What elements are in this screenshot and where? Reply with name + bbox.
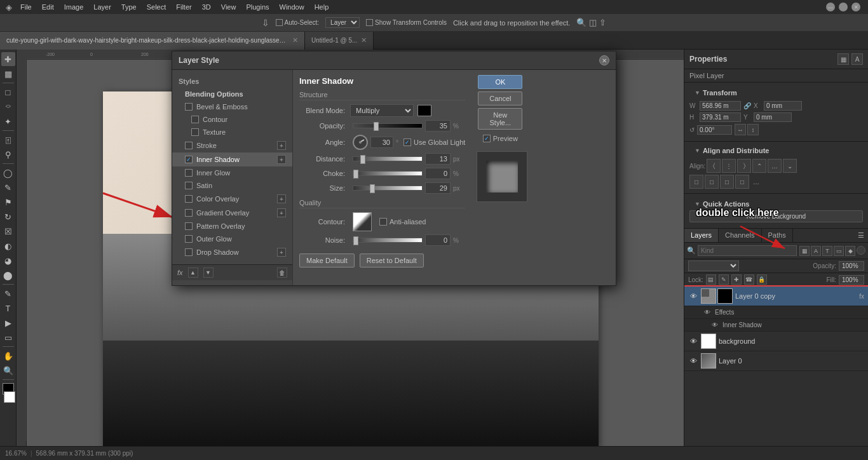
dist-4[interactable]: □	[735, 175, 749, 189]
artboard-tool[interactable]: ▦	[1, 67, 15, 81]
arrange-icon[interactable]: ◫	[589, 18, 597, 27]
brush-tool[interactable]: ✎	[1, 180, 15, 194]
color-overlay-add-btn[interactable]: +	[277, 194, 286, 203]
gradient-overlay-checkbox[interactable]	[185, 209, 193, 217]
filter-pixel[interactable]: ▦	[799, 246, 810, 256]
type-tool[interactable]: T	[1, 301, 15, 315]
window-restore[interactable]	[839, 3, 848, 11]
color-overlay-item[interactable]: Color Overlay +	[172, 192, 292, 206]
ok-button[interactable]: OK	[478, 75, 522, 89]
drop-shadow-add-btn[interactable]: +	[277, 248, 286, 257]
menu-type[interactable]: Type	[116, 0, 142, 14]
eye-icon-0-copy[interactable]: 👁	[688, 291, 698, 301]
menu-help[interactable]: Help	[309, 0, 334, 14]
show-transform-controls[interactable]: Show Transform Controls	[366, 19, 447, 26]
prop-icon-1[interactable]: ▦	[837, 53, 849, 65]
dodge-tool[interactable]: ⬤	[1, 268, 15, 282]
dialog-close-btn[interactable]: ✕	[599, 55, 609, 65]
y-input[interactable]	[754, 112, 792, 122]
inner-shadow-eye[interactable]: 👁	[710, 320, 720, 330]
layer-item-0-copy[interactable]: 👁 Layer 0 copy fx	[684, 287, 868, 306]
dist-1[interactable]: □	[689, 175, 703, 189]
blend-mode-form-select[interactable]: Multiply Normal Screen	[350, 104, 414, 117]
inner-glow-checkbox[interactable]	[185, 169, 193, 177]
outer-glow-item[interactable]: Outer Glow	[172, 233, 292, 245]
height-input[interactable]	[700, 112, 741, 122]
menu-view[interactable]: View	[216, 0, 241, 14]
new-style-button[interactable]: New Style...	[478, 108, 522, 130]
menu-edit[interactable]: Edit	[37, 0, 59, 14]
menu-3d[interactable]: 3D	[197, 0, 216, 14]
noise-slider[interactable]	[353, 238, 423, 243]
texture-item[interactable]: Texture	[172, 126, 292, 139]
eraser-tool[interactable]: ☒	[1, 224, 15, 238]
menu-window[interactable]: Window	[275, 0, 309, 14]
kind-input[interactable]	[698, 245, 797, 256]
filter-shape[interactable]: ▭	[834, 246, 844, 256]
tab-main-file[interactable]: cute-young-girl-with-dark-wavy-hairstyle…	[0, 32, 305, 50]
auto-select-dropdown[interactable]: Layer	[325, 17, 360, 28]
drop-shadow-checkbox[interactable]	[185, 248, 193, 256]
magic-wand-tool[interactable]: ✦	[1, 114, 15, 128]
layers-panel-menu[interactable]: ☰	[854, 229, 868, 242]
remove-bg-button[interactable]: Remove Background	[689, 210, 863, 222]
lasso-tool[interactable]: ⌔	[1, 100, 15, 114]
window-minimize[interactable]: —	[826, 3, 835, 11]
distance-value-input[interactable]: 13	[425, 153, 451, 165]
filter-smart[interactable]: ◆	[845, 246, 855, 256]
flip-v-btn[interactable]: ↕	[747, 124, 759, 135]
choke-slider[interactable]	[353, 171, 423, 176]
size-slider[interactable]	[353, 186, 423, 191]
pattern-overlay-checkbox[interactable]	[185, 222, 193, 230]
eye-icon-0[interactable]: 👁	[688, 356, 698, 366]
shape-tool[interactable]: ▭	[1, 330, 15, 344]
stroke-checkbox[interactable]	[185, 142, 193, 149]
tab-close-main[interactable]: ✕	[292, 36, 298, 44]
pen-tool[interactable]: ✎	[1, 287, 15, 301]
blur-tool[interactable]: ◕	[1, 254, 15, 267]
anti-aliased-label[interactable]: Anti-aliased	[379, 218, 426, 226]
lock-all[interactable]: 🔒	[757, 274, 767, 285]
inner-shadow-add-btn[interactable]: +	[277, 155, 286, 164]
noise-thumb[interactable]	[353, 236, 358, 245]
effects-eye[interactable]: 👁	[702, 308, 712, 318]
tab-layers[interactable]: Layers	[684, 229, 719, 242]
lock-artboard[interactable]: ☎	[744, 274, 754, 285]
window-close[interactable]: ✕	[851, 3, 860, 11]
flip-h-btn[interactable]: ↔	[735, 124, 746, 135]
satin-checkbox[interactable]	[185, 182, 193, 189]
stroke-item[interactable]: Stroke +	[172, 139, 292, 152]
dist-2[interactable]: □	[705, 175, 719, 189]
blend-color-swatch[interactable]	[417, 105, 431, 116]
noise-value-input[interactable]: 0	[425, 234, 451, 246]
fx-delete-btn[interactable]: 🗑	[277, 267, 287, 278]
tab-channels[interactable]: Channels	[719, 229, 761, 242]
align-collapse[interactable]: ▼ Align and Distribute	[689, 144, 863, 157]
transform-collapse[interactable]: ▼ Transform	[689, 86, 863, 99]
fill-input[interactable]	[839, 275, 864, 285]
lock-transparent[interactable]: ▤	[706, 274, 716, 285]
align-left[interactable]: 〈	[707, 159, 721, 173]
background-color[interactable]	[4, 391, 15, 403]
width-input[interactable]	[700, 101, 741, 111]
menu-file[interactable]: File	[15, 0, 37, 14]
bevel-emboss-item[interactable]: Bevel & Emboss	[172, 100, 292, 113]
angle-value-input[interactable]: 30	[370, 137, 393, 148]
fx-down-btn[interactable]: ▼	[203, 267, 214, 278]
filter-type[interactable]: T	[822, 246, 832, 256]
menu-layer[interactable]: Layer	[88, 0, 116, 14]
inner-shadow-item[interactable]: ✓ Inner Shadow +	[172, 152, 292, 166]
filter-adj[interactable]: A	[811, 246, 821, 256]
search-icon[interactable]: 🔍	[576, 18, 587, 27]
x-input[interactable]	[764, 101, 802, 111]
preview-checkbox[interactable]: ✓	[483, 135, 491, 142]
size-thumb[interactable]	[370, 184, 375, 193]
angle-input[interactable]	[697, 125, 732, 135]
stroke-add-btn[interactable]: +	[277, 141, 286, 150]
gradient-overlay-item[interactable]: Gradient Overlay +	[172, 206, 292, 220]
tab-close-untitled[interactable]: ✕	[361, 36, 367, 44]
make-default-button[interactable]: Make Default	[299, 254, 355, 267]
auto-select-checkbox[interactable]: Auto-Select:	[276, 19, 319, 26]
anti-aliased-checkbox[interactable]	[379, 218, 387, 226]
align-right[interactable]: 〉	[737, 159, 751, 173]
